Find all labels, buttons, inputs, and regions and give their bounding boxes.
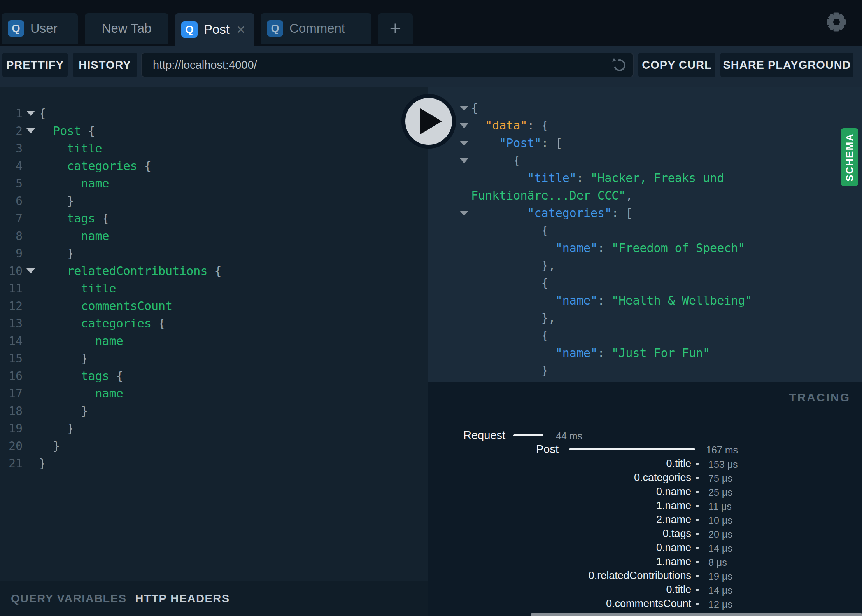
response-line: { bbox=[428, 152, 862, 169]
fold-arrow-icon[interactable] bbox=[460, 211, 468, 216]
query-code: Post { bbox=[39, 122, 95, 140]
line-number: 5 bbox=[0, 175, 23, 192]
add-tab-button[interactable]: + bbox=[378, 13, 413, 44]
query-line[interactable]: 4 categories { bbox=[0, 157, 428, 175]
tab-post[interactable]: Q Post × bbox=[175, 13, 254, 46]
query-line[interactable]: 20 } bbox=[0, 437, 428, 455]
query-type-badge: Q bbox=[8, 20, 24, 37]
response-code: { bbox=[428, 152, 862, 169]
response-code: }, bbox=[428, 257, 862, 274]
execute-button[interactable] bbox=[401, 94, 456, 149]
query-line[interactable]: 7 tags { bbox=[0, 210, 428, 227]
response-code: { bbox=[428, 222, 862, 239]
query-line[interactable]: 12 commentsCount bbox=[0, 297, 428, 315]
tracing-row-value: 12 μs bbox=[708, 598, 732, 610]
query-code: } bbox=[39, 245, 74, 262]
tracing-row-value: 167 ms bbox=[706, 444, 738, 456]
response-code: "Post": [ bbox=[428, 134, 862, 152]
query-line[interactable]: 1{ bbox=[0, 105, 428, 122]
tracing-duration-bar bbox=[696, 505, 699, 507]
response-code: { bbox=[428, 274, 862, 292]
query-line[interactable]: 6 } bbox=[0, 192, 428, 210]
tracing-row-label: 0.title bbox=[666, 458, 691, 469]
http-headers-tab[interactable]: HTTP HEADERS bbox=[135, 592, 230, 605]
fold-arrow-icon[interactable] bbox=[460, 123, 468, 128]
query-line[interactable]: 17 name bbox=[0, 385, 428, 402]
query-line[interactable]: 11 title bbox=[0, 280, 428, 297]
history-button[interactable]: HISTORY bbox=[73, 52, 137, 77]
query-code: } bbox=[39, 455, 46, 472]
fold-arrow-icon[interactable] bbox=[23, 122, 39, 140]
tracing-row: 0.commentsCount12 μs bbox=[428, 598, 862, 609]
tracing-row: 0.name25 μs bbox=[428, 486, 862, 497]
tracing-row-value: 44 ms bbox=[556, 430, 582, 442]
response-line: { bbox=[428, 327, 862, 344]
query-line[interactable]: 14 name bbox=[0, 332, 428, 350]
query-line[interactable]: 13 categories { bbox=[0, 315, 428, 332]
line-number: 17 bbox=[0, 385, 23, 402]
plus-icon: + bbox=[389, 17, 401, 40]
query-line[interactable]: 21} bbox=[0, 455, 428, 472]
tab-user[interactable]: Q User bbox=[2, 13, 78, 44]
schema-side-tab[interactable]: SCHEMA bbox=[841, 128, 858, 186]
query-code: } bbox=[39, 420, 74, 437]
tracing-row-value: 153 μs bbox=[708, 458, 738, 470]
share-playground-button[interactable]: SHARE PLAYGROUND bbox=[720, 52, 853, 77]
query-line[interactable]: 5 name bbox=[0, 175, 428, 192]
fold-arrow-icon[interactable] bbox=[460, 106, 468, 111]
response-line: "categories": [ bbox=[428, 204, 862, 222]
response-code: "title": "Hacker, Freaks und bbox=[428, 169, 862, 187]
fold-arrow-icon[interactable] bbox=[460, 158, 468, 163]
fold-arrow-icon[interactable] bbox=[23, 105, 39, 122]
query-variables-tab[interactable]: QUERY VARIABLES bbox=[11, 592, 127, 605]
tracing-row: 0.title14 μs bbox=[428, 584, 862, 595]
query-line[interactable]: 10 relatedContributions { bbox=[0, 262, 428, 280]
endpoint-url-input[interactable] bbox=[152, 54, 597, 76]
fold-arrow-icon[interactable] bbox=[460, 141, 468, 146]
query-line[interactable]: 8 name bbox=[0, 227, 428, 245]
response-line: } bbox=[428, 362, 862, 379]
response-line: ] bbox=[428, 379, 862, 382]
query-line[interactable]: 19 } bbox=[0, 420, 428, 437]
tracing-row: 1.name11 μs bbox=[428, 500, 862, 511]
tracing-duration-bar bbox=[696, 533, 699, 535]
tracing-row-label: 0.title bbox=[666, 584, 691, 595]
query-editor-lines: 1{2 Post {3 title4 categories {5 name6 }… bbox=[0, 87, 428, 472]
settings-button[interactable] bbox=[827, 12, 846, 31]
query-line[interactable]: 15 } bbox=[0, 350, 428, 367]
horizontal-scrollbar[interactable] bbox=[531, 613, 862, 616]
fold-slot bbox=[23, 227, 39, 245]
prettify-button[interactable]: PRETTIFY bbox=[2, 52, 68, 77]
line-number: 20 bbox=[0, 437, 23, 455]
query-line[interactable]: 2 Post { bbox=[0, 122, 428, 140]
copy-curl-button[interactable]: COPY CURL bbox=[638, 52, 715, 77]
line-number: 1 bbox=[0, 105, 23, 122]
response-line: "Post": [ bbox=[428, 134, 862, 152]
tab-label: New Tab bbox=[102, 21, 152, 36]
tab-comment[interactable]: Q Comment bbox=[261, 13, 371, 44]
tracing-duration-bar bbox=[513, 434, 543, 436]
query-line[interactable]: 3 title bbox=[0, 140, 428, 157]
tracing-row-label: 0.categories bbox=[634, 472, 691, 483]
close-tab-icon[interactable]: × bbox=[237, 22, 245, 37]
tracing-row-value: 14 μs bbox=[708, 584, 732, 596]
fold-slot bbox=[23, 437, 39, 455]
query-line[interactable]: 16 tags { bbox=[0, 367, 428, 385]
fold-slot bbox=[23, 350, 39, 367]
tracing-duration-bar bbox=[696, 589, 699, 591]
query-line[interactable]: 9 } bbox=[0, 245, 428, 262]
query-code: name bbox=[39, 332, 123, 350]
tracing-duration-bar bbox=[696, 575, 699, 577]
fold-slot bbox=[23, 367, 39, 385]
tab-new-tab[interactable]: New Tab bbox=[85, 13, 168, 44]
fold-arrow-icon[interactable] bbox=[23, 262, 39, 280]
line-number: 12 bbox=[0, 297, 23, 315]
fold-slot bbox=[23, 297, 39, 315]
tracing-row-value: 14 μs bbox=[708, 542, 732, 554]
query-line[interactable]: 18 } bbox=[0, 402, 428, 420]
query-code: name bbox=[39, 175, 109, 192]
tracing-row: 0.name14 μs bbox=[428, 542, 862, 553]
tracing-row-label: 0.relatedContributions bbox=[589, 570, 691, 581]
query-editor[interactable]: 1{2 Post {3 title4 categories {5 name6 }… bbox=[0, 87, 428, 581]
reload-schema-icon[interactable] bbox=[613, 58, 627, 72]
